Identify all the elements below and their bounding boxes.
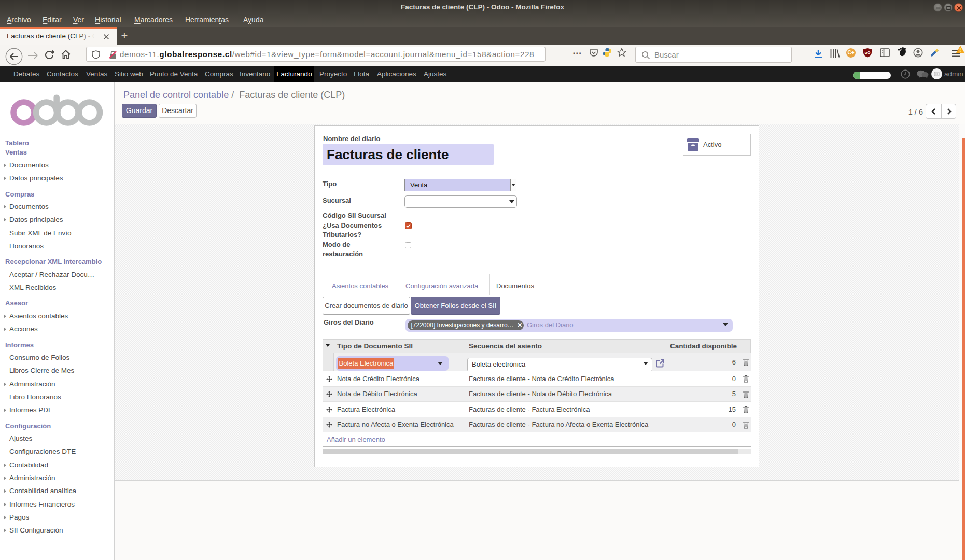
svg-text:!: ! (959, 47, 961, 53)
svg-text:uO: uO (864, 50, 870, 55)
